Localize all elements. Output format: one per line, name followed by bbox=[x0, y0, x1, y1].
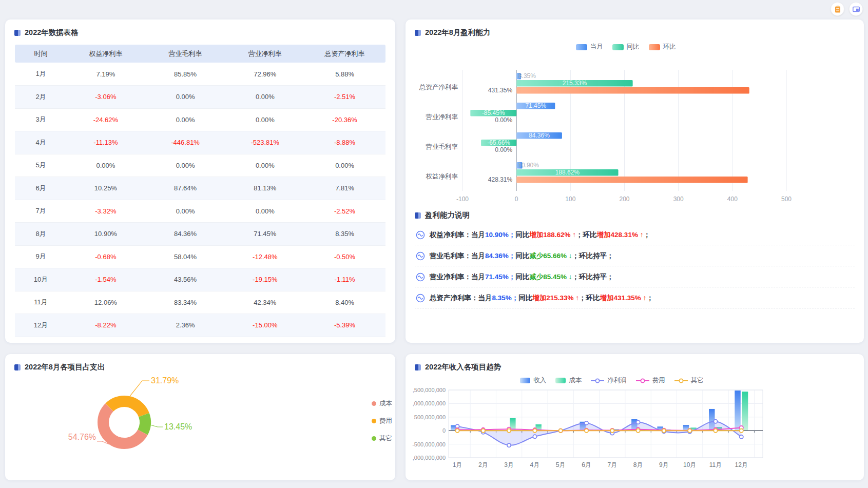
cell-value: -1.11% bbox=[304, 268, 385, 291]
legend-label: 其它 bbox=[691, 376, 704, 385]
cell-value: -0.50% bbox=[304, 245, 385, 268]
panel-profitability: 2022年8月盈利能力 当月 同比 环比 -100010020030040050… bbox=[406, 19, 864, 343]
profitability-legend: 当月 同比 环比 bbox=[415, 43, 837, 51]
cell-value: 71.45% bbox=[226, 223, 304, 246]
legend-item[interactable]: 净利润 bbox=[591, 376, 627, 385]
cell-value: -24.62% bbox=[67, 108, 145, 131]
cell-value: -19.15% bbox=[226, 268, 304, 291]
row-label: 3月 bbox=[15, 108, 67, 131]
cell-value: 8.40% bbox=[304, 291, 385, 314]
panel-header: 2022年数据表格 bbox=[5, 19, 395, 42]
cell-value: 0.00% bbox=[226, 108, 304, 131]
cell-value: -8.88% bbox=[304, 131, 385, 154]
panel-expense-share: 2022年8月各项目占支出 31.79% 13.45% 54.76% 成本 费用… bbox=[5, 354, 395, 480]
row-label: 8月 bbox=[15, 223, 67, 246]
legend-item[interactable]: 收入 bbox=[520, 376, 546, 385]
svg-text:71.45%: 71.45% bbox=[525, 102, 546, 109]
wave-icon bbox=[416, 251, 425, 261]
svg-text:215.33%: 215.33% bbox=[563, 80, 587, 87]
cell-value: -20.36% bbox=[304, 108, 385, 131]
table-row: 11月12.06%83.34%42.34%8.40% bbox=[15, 291, 385, 314]
cell-value: -523.81% bbox=[226, 131, 304, 154]
cell-value: 42.34% bbox=[226, 291, 304, 314]
panel-title: 2022年8月盈利能力 bbox=[425, 28, 490, 37]
cell-value: 12.06% bbox=[67, 291, 145, 314]
table-row: 7月-3.32%0.00%0.00%-2.52% bbox=[15, 200, 385, 223]
legend-item[interactable]: 其它 bbox=[674, 376, 704, 385]
svg-text:0.00%: 0.00% bbox=[495, 116, 512, 124]
svg-text:,000,000,000: ,000,000,000 bbox=[413, 400, 446, 406]
panel-income-trend: 2022年收入各项目趋势 收入成本净利润费用其它 ,500,000,000,00… bbox=[406, 354, 864, 480]
clipboard-button[interactable] bbox=[831, 2, 844, 16]
cell-value: 58.04% bbox=[145, 245, 226, 268]
row-label: 12月 bbox=[15, 314, 67, 337]
svg-text:400: 400 bbox=[727, 196, 738, 203]
analysis-item: 权益净利率：当月10.90%；同比增加188.62% ↑；环比增加428.31%… bbox=[415, 224, 855, 245]
profitability-bar-chart: -1000100200300400500总资产净利率8.35%215.33%43… bbox=[414, 51, 855, 205]
svg-text:10.90%: 10.90% bbox=[518, 162, 539, 169]
legend-swatch bbox=[576, 44, 587, 50]
display-icon bbox=[852, 5, 860, 13]
column-header: 权益净利率 bbox=[67, 45, 145, 63]
panel-header: 盈利能力说明 bbox=[406, 205, 864, 224]
data-table: 时间权益净利率营业毛利率营业净利率总资产净利率 1月7.19%85.85%72.… bbox=[15, 45, 385, 337]
table-row: 9月-0.68%58.04%-12.48%-0.50% bbox=[15, 245, 385, 268]
svg-text:8.35%: 8.35% bbox=[518, 72, 536, 80]
svg-text:8月: 8月 bbox=[633, 461, 643, 469]
cell-value: 72.96% bbox=[226, 63, 304, 86]
legend-swatch bbox=[674, 378, 688, 384]
table-header-row: 时间权益净利率营业毛利率营业净利率总资产净利率 bbox=[15, 45, 385, 63]
svg-text:2月: 2月 bbox=[478, 461, 488, 469]
trend-legend: 收入成本净利润费用其它 bbox=[455, 376, 769, 385]
cell-value: 0.00% bbox=[304, 154, 385, 177]
svg-text:200: 200 bbox=[619, 196, 629, 203]
cell-value: 10.90% bbox=[67, 223, 145, 246]
table-row: 2月-3.06%0.00%0.00%-2.51% bbox=[15, 86, 385, 109]
table-row: 3月-24.62%0.00%0.00%-20.36% bbox=[15, 108, 385, 131]
svg-text:,000,000,000: ,000,000,000 bbox=[413, 455, 446, 461]
wave-icon bbox=[416, 230, 425, 240]
cell-value: 0.00% bbox=[145, 154, 226, 177]
legend-item[interactable]: 同比 bbox=[612, 43, 640, 51]
cell-value: 0.00% bbox=[145, 200, 226, 223]
svg-text:4月: 4月 bbox=[530, 461, 540, 469]
legend-item[interactable]: 环比 bbox=[649, 43, 676, 51]
row-label: 5月 bbox=[15, 154, 67, 177]
cell-value: -11.13% bbox=[67, 131, 145, 154]
cell-value: 8.35% bbox=[304, 223, 385, 246]
legend-item[interactable]: 费用 bbox=[372, 417, 392, 425]
column-header: 时间 bbox=[15, 45, 67, 63]
wave-icon bbox=[416, 272, 425, 282]
display-button[interactable] bbox=[849, 2, 863, 16]
legend-item[interactable]: 当月 bbox=[576, 43, 603, 51]
legend-item[interactable]: 费用 bbox=[636, 376, 665, 385]
cell-value: 7.19% bbox=[67, 63, 145, 86]
cell-value: 0.00% bbox=[226, 200, 304, 223]
cell-value: 81.13% bbox=[226, 177, 304, 200]
cell-value: 2.36% bbox=[145, 314, 226, 337]
table-row: 8月10.90%84.36%71.45%8.35% bbox=[15, 223, 385, 246]
svg-text:0.00%: 0.00% bbox=[495, 146, 512, 153]
clipboard-icon bbox=[834, 5, 842, 13]
svg-text:300: 300 bbox=[673, 196, 684, 203]
legend-label: 成本 bbox=[569, 376, 582, 385]
legend-item[interactable]: 其它 bbox=[372, 434, 392, 443]
cell-value: -2.51% bbox=[304, 86, 385, 109]
svg-text:100: 100 bbox=[565, 196, 575, 203]
cell-value: -15.00% bbox=[226, 314, 304, 337]
svg-text:营业毛利率: 营业毛利率 bbox=[426, 143, 458, 150]
svg-text:1月: 1月 bbox=[453, 461, 462, 469]
svg-text:3月: 3月 bbox=[504, 461, 514, 469]
cell-value: -1.54% bbox=[67, 268, 145, 291]
legend-swatch bbox=[591, 378, 604, 384]
panel-header: 2022年收入各项目趋势 bbox=[406, 354, 864, 376]
legend-item[interactable]: 成本 bbox=[372, 399, 392, 408]
svg-text:,500,000,000: ,500,000,000 bbox=[413, 387, 446, 393]
svg-text:0: 0 bbox=[515, 196, 518, 203]
legend-label: 其它 bbox=[379, 434, 392, 443]
legend-label: 同比 bbox=[627, 43, 640, 51]
donut-chart: 31.79% 13.45% 54.76% bbox=[65, 368, 219, 473]
svg-text:权益净利率: 权益净利率 bbox=[426, 173, 458, 180]
cell-value: -3.06% bbox=[67, 86, 145, 109]
legend-item[interactable]: 成本 bbox=[555, 376, 582, 385]
